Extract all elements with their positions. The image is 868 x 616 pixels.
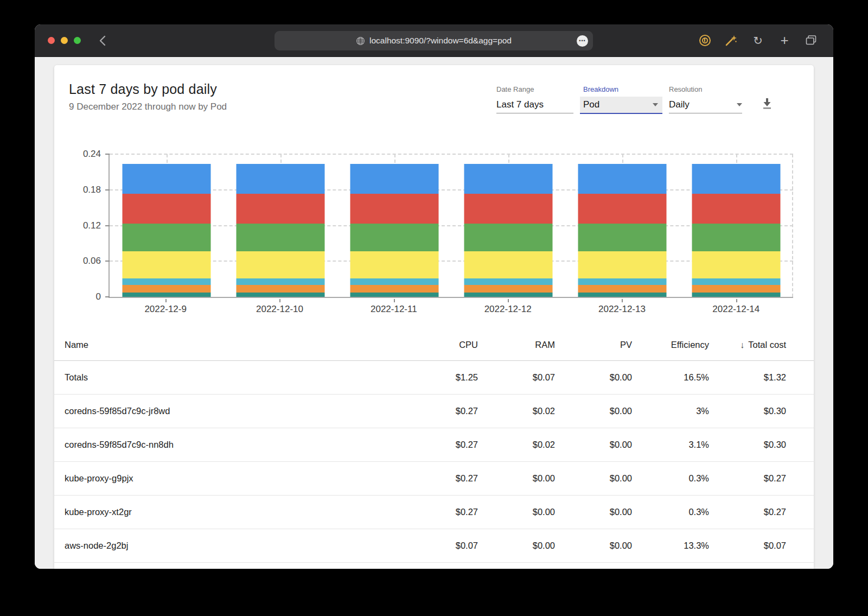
column-header-cpu[interactable]: CPU [401,340,478,350]
x-axis-slot: 2022-12-14 [679,299,793,315]
table-cell: $0.27 [401,507,478,517]
table-cell: $0.00 [555,406,632,416]
table-row[interactable]: coredns-59f85d7c9c-nn8dh$0.27$0.02$0.003… [54,428,814,462]
bar-segment-teal[interactable] [692,293,781,297]
bar-segment-cyan[interactable] [350,278,439,285]
column-header-total-cost[interactable]: ↓Total cost [709,340,786,350]
bar-segment-orange[interactable] [350,285,439,293]
browser-titlebar: localhost:9090/?window=6d&agg=pod ••• [35,24,833,57]
bar-segment-blue[interactable] [237,164,325,194]
bar-segment-green[interactable] [578,224,667,251]
bar-slot [337,154,451,297]
page-content: Last 7 days by pod daily 9 December 2022… [35,57,833,569]
table-cell: 0.3% [632,507,709,517]
bar-segment-yellow[interactable] [350,251,439,278]
new-tab-button[interactable]: + [777,32,792,48]
bar-segment-yellow[interactable] [464,251,553,278]
table-row[interactable]: aws-node-2g2bj$0.07$0.00$0.0013.3%$0.07 [54,529,814,563]
bar-segment-teal[interactable] [464,293,553,297]
bar-segment-green[interactable] [350,224,439,251]
back-button[interactable] [95,34,110,48]
reload-button[interactable]: ↻ [751,32,765,48]
bar-segment-orange[interactable] [237,285,325,293]
column-header-name[interactable]: Name [65,340,401,350]
bar-segment-yellow[interactable] [237,251,325,278]
bar-segment-teal[interactable] [578,293,667,297]
bar-segment-red[interactable] [692,194,781,224]
x-axis-label: 2022-12-11 [337,304,451,315]
bar-segment-red[interactable] [237,194,325,224]
x-axis-label: 2022-12-9 [108,304,222,315]
bar-segment-red[interactable] [123,194,211,224]
chevron-down-icon [653,103,658,106]
bar-segment-red[interactable] [350,194,439,224]
y-axis-label: 0.24 [83,149,101,160]
bar-segment-yellow[interactable] [123,251,211,278]
wand-extension-button[interactable] [724,32,738,48]
bar-segment-orange[interactable] [123,285,211,293]
bar-segment-blue[interactable] [464,164,553,194]
table-cell: 3% [632,406,709,416]
stacked-bar[interactable] [123,164,211,297]
window-close-button[interactable] [48,37,55,44]
stacked-bar[interactable] [350,164,439,297]
bar-segment-cyan[interactable] [123,278,211,285]
bar-segment-blue[interactable] [692,164,781,194]
onepassword-extension-button[interactable] [698,32,712,48]
window-minimize-button[interactable] [61,37,68,44]
download-button[interactable] [761,97,774,110]
bar-segment-red[interactable] [464,194,553,224]
table-cell: $0.27 [401,440,478,450]
table-row[interactable]: kube-proxy-g9pjx$0.27$0.00$0.000.3%$0.27 [54,462,814,496]
x-axis-slot: 2022-12-13 [565,299,679,315]
table-cell: $0.00 [478,473,555,484]
bar-segment-blue[interactable] [350,164,439,194]
bar-segment-teal[interactable] [350,293,439,297]
x-axis-slot: 2022-12-12 [451,299,565,315]
bar-segment-cyan[interactable] [237,278,325,285]
bar-segment-orange[interactable] [578,285,667,293]
bar-segment-blue[interactable] [123,164,211,194]
bar-segment-orange[interactable] [464,285,553,293]
bar-segment-green[interactable] [123,224,211,251]
input-underline [496,113,573,113]
chevron-down-icon [737,103,742,106]
tab-overview-button[interactable] [804,32,818,48]
window-controls [48,37,81,44]
column-header-efficiency[interactable]: Efficiency [632,340,709,350]
page-menu-button[interactable]: ••• [577,35,588,47]
window-zoom-button[interactable] [74,37,81,44]
stacked-bar[interactable] [237,164,325,297]
bar-segment-teal[interactable] [123,293,211,297]
stacked-bar[interactable] [692,164,781,297]
breakdown-label: Breakdown [583,85,658,93]
table-cell: $0.27 [401,406,478,416]
table-row[interactable]: Totals$1.25$0.07$0.0016.5%$1.32 [54,361,814,395]
bar-segment-yellow[interactable] [578,251,667,278]
bar-segment-green[interactable] [692,224,781,251]
stacked-bar[interactable] [578,164,667,297]
bar-segment-green[interactable] [464,224,553,251]
column-header-ram[interactable]: RAM [478,340,555,350]
table-row[interactable]: coredns-59f85d7c9c-jr8wd$0.27$0.02$0.003… [54,395,814,428]
bar-segment-cyan[interactable] [692,278,781,285]
bar-segment-red[interactable] [578,194,667,224]
table-cell: $1.25 [401,372,478,383]
bar-segment-orange[interactable] [692,285,781,293]
date-range-control[interactable]: Date Range Last 7 days [496,85,573,113]
bar-segment-cyan[interactable] [464,278,553,285]
chart-bars-area [110,154,793,297]
breakdown-select[interactable]: Breakdown Pod [583,85,658,114]
x-axis-tick [508,299,509,302]
stacked-bar[interactable] [464,164,553,297]
bar-segment-blue[interactable] [578,164,667,194]
resolution-select[interactable]: Resolution Daily [669,85,742,113]
table-row[interactable]: kube-proxy-xt2gr$0.27$0.00$0.000.3%$0.27 [54,496,814,529]
y-axis-tick [105,296,110,297]
bar-segment-teal[interactable] [237,293,325,297]
bar-segment-yellow[interactable] [692,251,781,278]
bar-segment-cyan[interactable] [578,278,667,285]
address-bar[interactable]: localhost:9090/?window=6d&agg=pod ••• [275,31,593,50]
bar-segment-green[interactable] [237,224,325,251]
column-header-pv[interactable]: PV [555,340,632,350]
